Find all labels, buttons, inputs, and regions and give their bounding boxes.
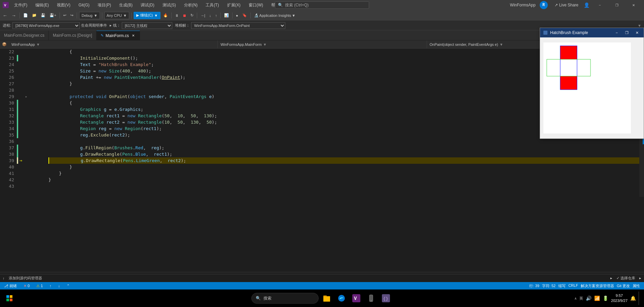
debug-bar-expand[interactable]: ▼ — [638, 24, 641, 28]
menu-tools[interactable]: 工具(T) — [203, 2, 221, 8]
line-num-28: 28 — [0, 87, 17, 93]
menu-extend[interactable]: 扩展(X) — [224, 2, 243, 8]
live-share-button[interactable]: ↗ Live Share — [552, 1, 581, 9]
status-spaces[interactable]: 缩写 — [557, 283, 567, 288]
menu-view[interactable]: 视图(V) — [54, 2, 73, 8]
debug-config-dropdown[interactable]: Debug ▼ — [79, 12, 100, 19]
toolbar-sep2 — [60, 12, 60, 19]
windows-logo-icon — [6, 295, 12, 301]
toolbar-save-btn[interactable]: 💾 — [39, 12, 47, 19]
volume-icon[interactable]: 🔊 — [586, 296, 592, 301]
menu-debug[interactable]: 调试(D) — [138, 2, 157, 8]
status-properties[interactable]: 属性 — [631, 283, 641, 288]
namespace-selector[interactable]: WinFormsApp ▼ — [9, 40, 218, 48]
taskbar-search-box[interactable]: 🔍 搜索 — [251, 293, 319, 304]
close-button[interactable]: ✕ — [626, 0, 641, 10]
toolbar-forward-btn[interactable]: → — [10, 12, 17, 19]
step-out-btn[interactable]: ↑ — [214, 12, 218, 19]
hatchbrush-restore-btn[interactable]: ❐ — [623, 29, 631, 36]
source-right-arrow: ▸ — [610, 276, 612, 280]
menu-project[interactable]: 项目(P) — [95, 2, 114, 8]
run-button[interactable]: ▶ 继续(C) ▼ — [134, 12, 160, 19]
hatchbrush-close-btn[interactable]: ✕ — [633, 29, 641, 36]
app-insights-btn[interactable]: 🔬 Application Insights ▼ — [253, 12, 297, 19]
hatchbrush-minimize-btn[interactable]: − — [613, 29, 621, 36]
status-git-icon[interactable]: ⎇ 就绪 — [3, 282, 18, 289]
menu-window[interactable]: 窗口(W) — [246, 2, 266, 8]
taskbar-edge[interactable] — [335, 291, 348, 305]
hatchbrush-window-icon — [543, 30, 548, 35]
notification-icon[interactable]: 🔔 — [630, 296, 636, 301]
process-select[interactable]: [36780] WinFormsApp.exe — [12, 22, 80, 29]
restore-button[interactable]: ❐ — [609, 0, 624, 10]
menu-build[interactable]: 生成(B) — [116, 2, 135, 8]
status-git-changes[interactable]: Git 更改 — [615, 283, 631, 288]
toolbar-back-btn[interactable]: ← — [1, 12, 9, 19]
status-warnings[interactable]: ⚠ 1 — [35, 282, 44, 289]
tab-mainform[interactable]: ✎ MainForm.cs ✕ — [97, 31, 140, 40]
language-indicator[interactable]: 英 — [579, 296, 583, 301]
toolbar-sep5 — [131, 12, 132, 19]
svg-text:V: V — [354, 296, 357, 301]
taskbar-phone[interactable] — [364, 291, 378, 305]
step-over-btn[interactable]: →| — [199, 12, 207, 19]
menu-git[interactable]: Git(G) — [76, 3, 92, 7]
line-num-26: 26 — [0, 74, 17, 81]
start-button[interactable] — [3, 291, 16, 305]
clock[interactable]: 9:57 2023/9/27 — [611, 293, 628, 304]
frame-select[interactable]: [6172] 主线程 — [122, 22, 172, 29]
toolbar-undo-btn[interactable]: ↩ — [62, 12, 68, 19]
stop-btn[interactable]: ⏹ — [181, 12, 188, 19]
taskbar-explorer[interactable] — [320, 291, 333, 305]
breakpoint-btn[interactable]: ● — [235, 12, 240, 19]
user-avatar[interactable]: R — [540, 1, 548, 9]
tab-designer[interactable]: MainForm.Designer.cs — [0, 31, 49, 40]
phone-link-icon — [367, 294, 375, 302]
location-select[interactable]: WinFormsApp.MainForm.OnPaint — [191, 22, 285, 29]
menu-analyze[interactable]: 分析(N) — [181, 2, 201, 8]
title-search-label[interactable]: 搜索 (Ctrl+Q) — [285, 2, 309, 8]
status-solution-explorer[interactable]: 解决方案资源管理器 — [579, 283, 615, 288]
status-up-arrow[interactable]: ↑ — [48, 282, 53, 289]
minimize-button[interactable]: − — [592, 0, 608, 10]
menu-test[interactable]: 测试(S) — [160, 2, 179, 8]
diagnostics-btn[interactable]: 📊 — [223, 12, 230, 19]
code-line-38: g.DrawRectangle(Pens.Blue, rect1); — [48, 151, 639, 157]
menu-edit[interactable]: 编辑(E) — [33, 2, 51, 8]
status-down-arrow[interactable]: ↓ — [57, 282, 62, 289]
cpu-dropdown[interactable]: Any CPU ▼ — [104, 12, 129, 19]
hatchbrush-drawing — [543, 42, 631, 133]
gutter-row-27: 27 — [0, 81, 47, 87]
source-select-label[interactable]: ✓ 选择仓库 — [616, 276, 635, 281]
toolbar-save-all-btn[interactable]: 💾+ — [48, 12, 58, 19]
tab-design[interactable]: MainForm.cs [Design] — [49, 31, 97, 40]
toolbar-new-file-btn[interactable]: 📄 — [22, 12, 29, 19]
hot-reload-btn[interactable]: 🔥 — [162, 12, 169, 19]
source-add-label[interactable]: 添加到源代码管理器 — [9, 276, 42, 281]
network-icon[interactable]: 📶 — [594, 296, 600, 301]
warning-icon: ⚠ — [36, 284, 40, 288]
line-num-35: 35 — [0, 132, 17, 138]
status-merge-icon[interactable]: ⌃ — [65, 282, 71, 289]
toolbar-open-btn[interactable]: 📁 — [31, 12, 38, 19]
status-line-ending[interactable]: CRLF — [567, 283, 579, 287]
step-into-btn[interactable]: ↓ — [208, 12, 213, 19]
toolbar-redo-btn[interactable]: ↪ — [69, 12, 75, 19]
pause-btn[interactable]: ⏸ — [174, 12, 180, 19]
taskbar-vs[interactable]: V — [350, 291, 363, 305]
account-icon[interactable]: 👤 — [582, 2, 591, 8]
line-highlight-23 — [17, 55, 18, 61]
class-selector[interactable]: WinFormsApp.MainForm ▼ — [218, 40, 427, 48]
status-errors[interactable]: ✕ 0 — [22, 282, 31, 289]
menu-file[interactable]: 文件(F) — [11, 2, 30, 8]
restart-btn[interactable]: ↻ — [189, 12, 195, 19]
gutter-row-43: 43 — [0, 183, 47, 189]
battery-icon[interactable]: 🔋 — [603, 296, 608, 301]
svg-rect-10 — [323, 296, 327, 297]
app-insights-label: Application Insights — [259, 13, 291, 18]
tab-mainform-close[interactable]: ✕ — [131, 33, 136, 38]
taskbar-devtools[interactable]: {} — [379, 291, 393, 305]
bookmark-btn[interactable]: 🔖 — [241, 12, 248, 19]
show-desktop-icon[interactable] — [639, 291, 641, 305]
chevron-up-icon[interactable]: ∧ — [574, 297, 577, 300]
